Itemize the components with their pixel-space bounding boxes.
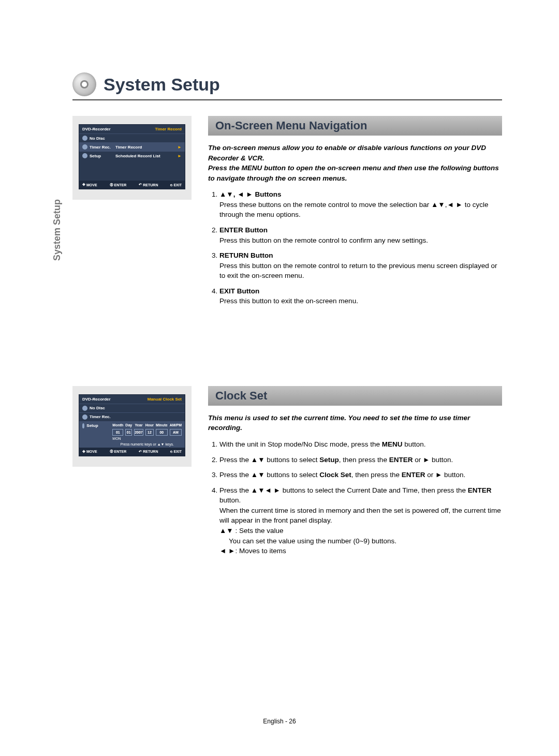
step-label: ENTER Button xyxy=(219,226,268,234)
disc-icon xyxy=(72,72,96,96)
osd-item-label: Timer Record xyxy=(115,145,178,150)
move-hint: ✥ MOVE xyxy=(82,450,97,454)
step-text: Press this button to exit the on-screen … xyxy=(219,297,358,305)
step-label: EXIT Button xyxy=(219,287,259,295)
exit-hint: ⎋ EXIT xyxy=(170,183,182,187)
osd-title: DVD-Recorder xyxy=(82,127,111,131)
exit-hint: ⎋ EXIT xyxy=(170,450,182,454)
col-head: Minute xyxy=(156,423,168,427)
chevron-right-icon: ► xyxy=(178,145,182,150)
substep: ◄ ►: Moves to items xyxy=(219,547,286,555)
return-hint: ↶ RETURN xyxy=(139,450,158,454)
section-heading: On-Screen Menu Navigation xyxy=(208,116,502,136)
osd-crumb: Manual Clock Set xyxy=(148,397,182,402)
side-tab: System Setup xyxy=(52,199,63,261)
step: RETURN ButtonPress this button on the re… xyxy=(219,250,502,281)
left-column: System Setup DVD-Recorder Timer Record N… xyxy=(72,116,192,200)
timer-icon xyxy=(82,414,87,420)
section-intro: This menu is used to set the current tim… xyxy=(208,413,502,433)
step: Press the ▲▼ buttons to select Clock Set… xyxy=(219,470,502,480)
disc-icon xyxy=(82,406,87,411)
clock-cell: 12 xyxy=(145,429,154,436)
chapter-title: System Setup xyxy=(104,75,220,95)
step: Press the ▲▼ buttons to select Setup, th… xyxy=(219,455,502,465)
osd-hint: Press numeric keys or ▲▼ keys. xyxy=(112,442,182,446)
step-extra: When the current time is stored in memor… xyxy=(219,507,501,525)
step: Press the ▲▼◄ ► buttons to select the Cu… xyxy=(219,485,502,556)
osd-left-label: No Disc xyxy=(90,406,115,410)
step-text: Press this button on the remote control … xyxy=(219,262,497,280)
osd-left-label: No Disc xyxy=(90,136,115,141)
clock-cell: 01 xyxy=(112,429,123,436)
osd-left-label: Timer Rec. xyxy=(90,145,115,150)
osd-screenshot-clock: DVD-Recorder Manual Clock Set No Disc Ti… xyxy=(79,394,185,456)
substep: ▲▼ : Sets the value xyxy=(219,527,284,535)
col-head: Month xyxy=(112,423,123,427)
section-heading: Clock Set xyxy=(208,386,502,406)
enter-hint: ⦿ ENTER xyxy=(110,450,127,454)
step: EXIT ButtonPress this button to exit the… xyxy=(219,286,502,306)
clock-cell: 01 xyxy=(125,429,132,436)
osd-crumb: Timer Record xyxy=(155,127,182,131)
osd-item-label: Scheduled Record List xyxy=(115,154,178,158)
move-hint: ✥ MOVE xyxy=(82,183,97,187)
osd-left-label: Setup xyxy=(86,423,112,428)
clock-cell: 2007 xyxy=(134,429,143,436)
timer-icon xyxy=(82,144,87,150)
gear-icon xyxy=(82,423,84,428)
osd-left-label: Setup xyxy=(90,154,115,158)
col-head: Day xyxy=(125,423,132,427)
osd-left-label: Timer Rec. xyxy=(90,414,115,419)
return-hint: ↶ RETURN xyxy=(139,183,158,187)
step: ENTER ButtonPress this button on the rem… xyxy=(219,225,502,245)
step-label: ▲▼, ◄ ► Buttons xyxy=(219,190,281,198)
disc-icon xyxy=(82,136,87,141)
chevron-right-icon: ► xyxy=(178,154,182,158)
clock-cell: 00 xyxy=(156,429,168,436)
clock-cell: AM xyxy=(170,429,182,436)
enter-hint: ⦿ ENTER xyxy=(110,183,127,187)
step-text: Press this button on the remote control … xyxy=(219,236,428,244)
substep-detail: You can set the value using the number (… xyxy=(229,537,396,545)
left-column: DVD-Recorder Manual Clock Set No Disc Ti… xyxy=(72,386,192,467)
step-text: Press these buttons on the remote contro… xyxy=(219,201,488,219)
section-intro: The on-screen menus allow you to enable … xyxy=(208,143,502,183)
step: ▲▼, ◄ ► ButtonsPress these buttons on th… xyxy=(219,189,502,220)
clock-steps: With the unit in Stop mode/No Disc mode,… xyxy=(208,439,502,556)
col-head: Year xyxy=(134,423,143,427)
nav-steps: ▲▼, ◄ ► ButtonsPress these buttons on th… xyxy=(208,189,502,306)
gear-icon xyxy=(82,153,87,158)
col-head: Hour xyxy=(145,423,154,427)
divider xyxy=(72,99,502,100)
osd-title: DVD-Recorder xyxy=(82,397,111,402)
step: With the unit in Stop mode/No Disc mode,… xyxy=(219,439,502,450)
osd-screenshot-timer: DVD-Recorder Timer Record No Disc Timer … xyxy=(79,124,185,189)
col-head: AM/PM xyxy=(170,423,182,427)
step-label: RETURN Button xyxy=(219,251,273,259)
dayname: MON xyxy=(112,437,182,440)
page-footer: English - 26 xyxy=(0,718,559,725)
